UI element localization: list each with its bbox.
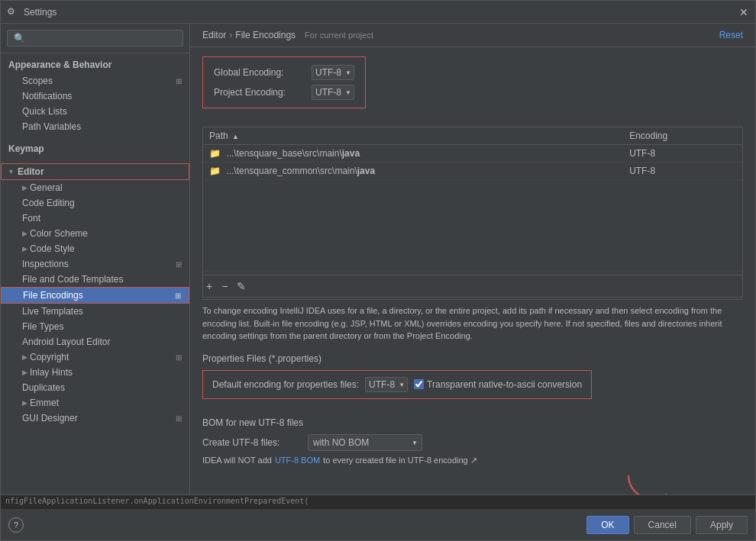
breadcrumb-path: Editor › File Encodings For current proj… — [202, 30, 373, 40]
path-table: Path ▲ Encoding 📁 ...\tensquare_base\sr — [203, 127, 742, 272]
sidebar-item-quick-lists[interactable]: Quick Lists — [1, 104, 189, 119]
copyright-icon: ⊞ — [176, 353, 182, 362]
sidebar-item-inspections[interactable]: Inspections ⊞ — [1, 256, 189, 272]
sidebar-item-duplicates[interactable]: Duplicates — [1, 380, 189, 395]
title-bar-controls: ✕ — [738, 7, 749, 18]
default-encoding-select[interactable]: UTF-8 — [365, 377, 408, 392]
project-encoding-select[interactable]: UTF-8 — [312, 85, 354, 100]
table-cell-encoding-2: UTF-8 — [623, 163, 742, 180]
title-bar: ⚙ Settings ✕ — [1, 1, 755, 24]
info-text: To change encoding IntelliJ IDEA uses fo… — [202, 299, 743, 350]
breadcrumb: Editor › File Encodings For current proj… — [190, 24, 755, 47]
add-path-button[interactable]: + — [203, 279, 215, 294]
bom-section-title: BOM for new UTF-8 files — [202, 417, 743, 428]
sidebar-item-inlay-hints[interactable]: ▶ Inlay Hints — [1, 365, 189, 380]
inlay-hints-chevron-icon: ▶ — [22, 369, 27, 376]
bom-info: IDEA will NOT add UTF-8 BOM to every cre… — [202, 456, 743, 465]
default-encoding-select-wrapper: UTF-8 — [365, 377, 408, 392]
col-path-header[interactable]: Path ▲ — [203, 127, 623, 145]
table-cell-encoding-1: UTF-8 — [623, 145, 742, 163]
sidebar: Appearance & Behavior Scopes ⊞ Notificat… — [1, 24, 190, 494]
appearance-behavior-title: Appearance & Behavior — [1, 56, 189, 73]
properties-box: Default encoding for properties files: U… — [202, 370, 592, 399]
search-input[interactable] — [7, 30, 183, 47]
apply-button[interactable]: Apply — [696, 516, 748, 534]
red-arrow-annotation — [621, 472, 682, 495]
editor-chevron-icon: ▼ — [8, 168, 15, 176]
breadcrumb-editor: Editor — [202, 30, 226, 40]
reset-button[interactable]: Reset — [719, 30, 743, 40]
sidebar-section-keymap: Keymap — [1, 137, 189, 160]
general-chevron-icon: ▶ — [22, 184, 27, 192]
sidebar-item-file-encodings[interactable]: File Encodings ⊞ — [1, 287, 189, 304]
sidebar-item-color-scheme[interactable]: ▶ Color Scheme — [1, 226, 189, 241]
sidebar-item-gui-designer[interactable]: GUI Designer ⊞ — [1, 411, 189, 426]
transparent-checkbox[interactable] — [414, 379, 424, 389]
project-encoding-label: Project Encoding: — [214, 87, 305, 98]
sidebar-item-emmet[interactable]: ▶ Emmet — [1, 395, 189, 411]
sidebar-editor-group[interactable]: ▼ Editor — [1, 163, 189, 180]
gui-designer-icon: ⊞ — [176, 414, 182, 423]
sidebar-item-code-style[interactable]: ▶ Code Style — [1, 241, 189, 256]
cancel-button[interactable]: Cancel — [634, 516, 691, 534]
global-encoding-label: Global Encoding: — [214, 67, 305, 78]
breadcrumb-current: File Encodings — [235, 30, 296, 40]
sidebar-item-live-templates[interactable]: Live Templates — [1, 304, 189, 319]
inspections-icon: ⊞ — [176, 260, 182, 269]
file-encodings-icon: ⊞ — [175, 291, 181, 300]
sidebar-item-code-editing[interactable]: Code Editing — [1, 195, 189, 211]
project-encoding-select-wrapper: UTF-8 — [312, 85, 354, 100]
bom-section: BOM for new UTF-8 files Create UTF-8 fil… — [202, 417, 743, 495]
sidebar-item-file-code-templates[interactable]: File and Code Templates — [1, 272, 189, 287]
bom-select[interactable]: with NO BOM — [308, 434, 422, 451]
encoding-box: Global Encoding: UTF-8 Project Encoding: — [202, 56, 366, 108]
transparent-label: Transparent native-to-ascii conversion — [427, 379, 582, 390]
table-row[interactable]: 📁 ...\tensquare_base\src\main\java UTF-8 — [203, 145, 742, 163]
keymap-title[interactable]: Keymap — [1, 140, 189, 157]
close-button[interactable]: ✕ — [738, 7, 749, 18]
sidebar-item-android-layout-editor[interactable]: Android Layout Editor — [1, 334, 189, 349]
create-utf8-label: Create UTF-8 files: — [202, 437, 302, 448]
global-encoding-select[interactable]: UTF-8 — [312, 65, 354, 80]
col-encoding-header[interactable]: Encoding — [623, 127, 742, 145]
sidebar-item-path-variables[interactable]: Path Variables — [1, 119, 189, 134]
default-encoding-label: Default encoding for properties files: — [212, 379, 359, 390]
ok-button[interactable]: OK — [586, 516, 628, 534]
sidebar-item-font[interactable]: Font — [1, 211, 189, 226]
folder-icon-1: 📁 — [209, 148, 221, 159]
path-table-section: Path ▲ Encoding 📁 ...\tensquare_base\sr — [202, 127, 743, 298]
bom-link: UTF-8 BOM — [275, 456, 320, 465]
file-encodings-label: File Encodings — [23, 290, 83, 301]
remove-path-button[interactable]: − — [218, 279, 231, 294]
table-cell-path-2: 📁 ...\tensquare_common\src\main\java — [203, 163, 623, 180]
transparent-checkbox-wrapper: Transparent native-to-ascii conversion — [414, 379, 582, 390]
color-scheme-chevron-icon: ▶ — [22, 230, 27, 237]
sidebar-item-copyright[interactable]: ▶ Copyright ⊞ — [1, 349, 189, 365]
edit-path-button[interactable]: ✎ — [234, 279, 249, 294]
search-box — [1, 24, 189, 53]
sidebar-item-general[interactable]: ▶ General — [1, 180, 189, 195]
editor-label: Editor — [18, 166, 44, 177]
bottom-bar: nfigFileApplicationListener.onApplicatio… — [1, 494, 755, 540]
sidebar-item-file-types[interactable]: File Types — [1, 319, 189, 334]
sidebar-section-editor: ▼ Editor ▶ General Code Editing Font — [1, 160, 189, 429]
help-button[interactable]: ? — [8, 517, 24, 533]
breadcrumb-sub: For current project — [305, 31, 373, 40]
table-cell-path-1: 📁 ...\tensquare_base\src\main\java — [203, 145, 623, 163]
bom-row: Create UTF-8 files: with NO BOM — [202, 434, 743, 451]
main-content: Appearance & Behavior Scopes ⊞ Notificat… — [1, 24, 755, 494]
sidebar-item-scopes[interactable]: Scopes ⊞ — [1, 73, 189, 89]
status-bar: nfigFileApplicationListener.onApplicatio… — [1, 495, 755, 509]
sidebar-item-notifications[interactable]: Notifications — [1, 89, 189, 104]
breadcrumb-separator: › — [229, 30, 232, 40]
copyright-chevron-icon: ▶ — [22, 353, 27, 361]
global-encoding-select-wrapper: UTF-8 — [312, 65, 354, 80]
global-encoding-row: Global Encoding: UTF-8 — [214, 65, 354, 80]
right-panel: Editor › File Encodings For current proj… — [190, 24, 755, 494]
folder-icon-2: 📁 — [209, 166, 221, 176]
table-row[interactable]: 📁 ...\tensquare_common\src\main\java UTF… — [203, 163, 742, 180]
sort-arrow-icon: ▲ — [232, 133, 239, 140]
emmet-chevron-icon: ▶ — [22, 399, 27, 407]
sidebar-section-appearance: Appearance & Behavior Scopes ⊞ Notificat… — [1, 53, 189, 137]
settings-window: ⚙ Settings ✕ Appearance & Behavior Scope… — [0, 0, 756, 541]
